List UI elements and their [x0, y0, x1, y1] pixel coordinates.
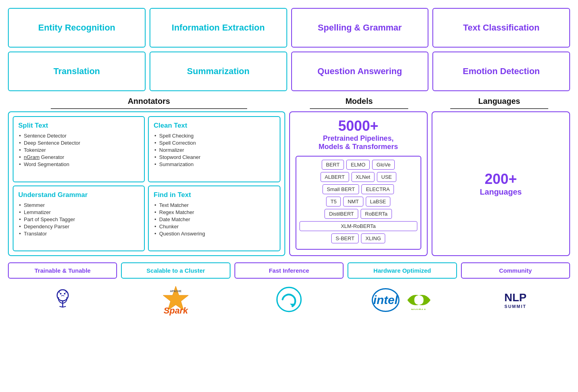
list-item: Deep Sentence Detector — [18, 140, 139, 146]
model-row-4: T5 NMT LaBSE — [300, 197, 417, 207]
model-tags-grid: BERT ELMO GloVe ALBERT XLNet USE Small B… — [296, 156, 421, 250]
t5-tag: T5 — [326, 197, 341, 207]
hardware-optimized-badge: Hardware Optimized — [348, 262, 457, 279]
main-container: Entity Recognition Information Extractio… — [8, 8, 570, 316]
model-row-6: XLM-RoBERTa — [300, 221, 417, 231]
svg-point-2 — [64, 293, 65, 294]
bert-tag: BERT — [322, 160, 344, 170]
text-classification-box[interactable]: Text Classification — [432, 8, 570, 48]
arrow-icon — [276, 287, 302, 314]
summarization-box[interactable]: Summarization — [150, 52, 287, 91]
list-item: Text Matcher — [154, 202, 275, 208]
clean-text-list: Spell Checking Spell Correction Normaliz… — [154, 133, 275, 167]
list-item: Word Segmentation — [18, 161, 139, 167]
list-item: Date Matcher — [154, 216, 275, 222]
list-item: Chunker — [154, 224, 275, 229]
question-answering-box[interactable]: Question Answering — [291, 52, 429, 91]
models-label: Models — [289, 95, 429, 107]
languages-label: Languages — [429, 95, 569, 107]
fast-inference-badge: Fast Inference — [234, 262, 344, 279]
understand-grammar-title: Understand Grammar — [18, 191, 139, 199]
svg-point-1 — [60, 293, 61, 294]
languages-section: 200+ Languages — [432, 111, 570, 256]
split-text-list: Sentence Detector Deep Sentence Detector… — [18, 133, 139, 167]
svg-text:NVIDIA: NVIDIA — [411, 308, 427, 310]
list-item: Part of Speech Tagger — [18, 216, 139, 222]
labse-tag: LaBSE — [366, 197, 390, 207]
bottom-logos: APACHE Spark intel — [8, 284, 570, 316]
model-row-3: Small BERT ELECTRA — [300, 184, 417, 194]
understand-grammar-list: Stemmer Lemmatizer Part of Speech Tagger… — [18, 202, 139, 237]
list-item: Question Answering — [154, 231, 275, 237]
scalable-badge: Scalable to a Cluster — [121, 262, 230, 279]
intel-icon: intel — [372, 288, 399, 312]
nlp-summit-icon: NLP SUMMIT — [504, 291, 526, 309]
models-subtitle: Pretrained Pipelines,Models & Transforme… — [319, 134, 398, 151]
hardware-logos-cell: intel NVIDIA — [348, 284, 457, 316]
svg-point-5 — [277, 287, 301, 312]
list-item: Stopword Cleaner — [154, 154, 275, 160]
xlnet-tag: XLNet — [351, 172, 374, 182]
clean-text-box: Clean Text Spell Checking Spell Correcti… — [148, 116, 280, 182]
emotion-detection-box[interactable]: Emotion Detection — [432, 52, 570, 91]
electra-tag: ELECTRA — [361, 184, 394, 194]
brain-logo-cell — [8, 284, 117, 316]
languages-count: 200+ — [485, 171, 517, 187]
trainable-badge: Trainable & Tunable — [8, 262, 117, 279]
bottom-badges: Trainable & Tunable Scalable to a Cluste… — [8, 262, 570, 279]
sbert-tag: S-BERT — [331, 233, 359, 243]
nmt-tag: NMT — [343, 197, 363, 207]
fast-inference-logo-cell — [234, 284, 344, 316]
spark-logo-cell: APACHE Spark — [121, 284, 230, 316]
community-badge: Community — [461, 262, 570, 279]
find-in-text-title: Find in Text — [154, 191, 275, 199]
distilbert-tag: DistilBERT — [325, 209, 358, 219]
list-item: Translator — [18, 231, 139, 237]
xlm-roberta-tag: XLM-RoBERTa — [300, 221, 417, 231]
nvidia-icon: NVIDIA — [405, 290, 433, 310]
use-tag: USE — [377, 172, 396, 182]
roberta-tag: RoBERTa — [361, 209, 392, 219]
spelling-grammar-box[interactable]: Spelling & Grammar — [291, 8, 429, 48]
models-section: 5000+ Pretrained Pipelines,Models & Tran… — [289, 111, 428, 256]
content-area: Split Text Sentence Detector Deep Senten… — [8, 111, 570, 256]
list-item: nGramnGram Generator Generator — [18, 154, 139, 160]
annotators-label: Annotators — [9, 95, 289, 107]
brain-icon — [51, 287, 75, 313]
models-count: 5000+ — [338, 118, 378, 134]
find-in-text-box: Find in Text Text Matcher Regex Matcher … — [148, 185, 280, 252]
list-item: Summarization — [154, 161, 275, 167]
translation-box[interactable]: Translation — [8, 52, 146, 91]
list-item: Spell Correction — [154, 140, 275, 146]
list-item: Stemmer — [18, 202, 139, 208]
albert-tag: ALBERT — [321, 172, 349, 182]
model-row-5: DistilBERT RoBERTa — [300, 209, 417, 219]
nlp-summit-logo-cell: NLP SUMMIT — [461, 284, 570, 316]
elmo-tag: ELMO — [346, 160, 370, 170]
annotators-section: Split Text Sentence Detector Deep Senten… — [8, 111, 285, 256]
list-item: Lemmatizer — [18, 209, 139, 215]
model-row-2: ALBERT XLNet USE — [300, 172, 417, 182]
list-item: Regex Matcher — [154, 209, 275, 215]
split-text-title: Split Text — [18, 122, 139, 130]
list-item: Sentence Detector — [18, 133, 139, 139]
list-item: Tokenizer — [18, 147, 139, 153]
small-bert-tag: Small BERT — [323, 184, 359, 194]
glove-tag: GloVe — [372, 160, 395, 170]
xling-tag: XLING — [361, 233, 385, 243]
spark-icon: APACHE Spark — [158, 284, 194, 316]
find-in-text-list: Text Matcher Regex Matcher Date Matcher … — [154, 202, 275, 237]
list-item: Dependency Parser — [18, 224, 139, 229]
split-text-box: Split Text Sentence Detector Deep Senten… — [13, 116, 145, 182]
entity-recognition-box[interactable]: Entity Recognition — [8, 8, 146, 48]
svg-text:APACHE: APACHE — [170, 290, 182, 293]
list-item: Normalizer — [154, 147, 275, 153]
languages-label: Languages — [480, 187, 522, 197]
clean-text-title: Clean Text — [154, 122, 275, 130]
information-extraction-box[interactable]: Information Extraction — [150, 8, 287, 48]
understand-grammar-box: Understand Grammar Stemmer Lemmatizer Pa… — [13, 185, 145, 252]
capabilities-grid: Entity Recognition Information Extractio… — [8, 8, 570, 91]
section-labels-row: Annotators Models Languages — [8, 95, 570, 107]
list-item: Spell Checking — [154, 133, 275, 139]
model-row-7: S-BERT XLING — [300, 233, 417, 243]
